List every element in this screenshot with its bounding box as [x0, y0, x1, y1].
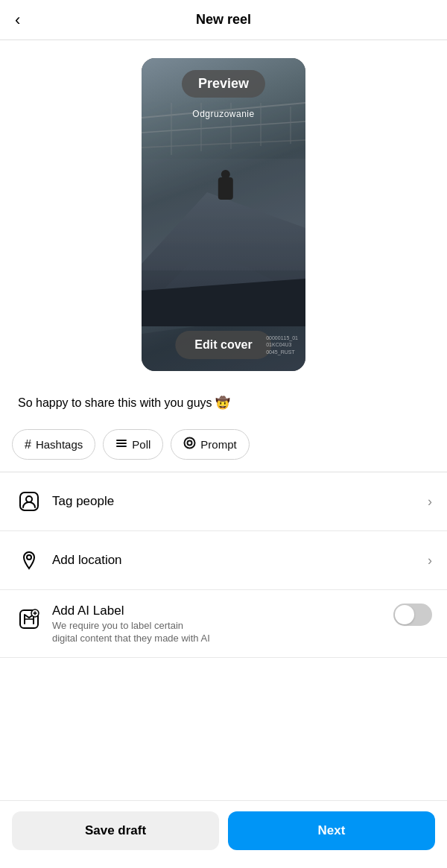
- svg-point-18: [27, 555, 31, 560]
- prompt-icon: [183, 437, 196, 452]
- caption-area: So happy to share this with you guys 🤠: [0, 386, 447, 417]
- svg-point-15: [188, 441, 192, 446]
- svg-point-14: [185, 438, 195, 449]
- hashtags-label: Hashtags: [36, 438, 83, 451]
- add-location-icon: [15, 546, 43, 574]
- header: ‹ New reel: [0, 0, 447, 40]
- caption-text: So happy to share this with you guys 🤠: [18, 396, 230, 409]
- bottom-spacer: [0, 658, 447, 732]
- preview-subtitle: Odgruzowanie: [192, 109, 254, 119]
- hashtag-icon: #: [25, 438, 31, 452]
- back-button[interactable]: ‹: [15, 10, 20, 30]
- tag-people-icon: [15, 487, 43, 516]
- svg-point-17: [26, 496, 32, 502]
- tag-people-content: Tag people: [43, 494, 428, 509]
- add-location-item[interactable]: Add location ›: [0, 531, 447, 590]
- svg-line-2: [142, 140, 305, 148]
- edit-cover-button[interactable]: Edit cover: [175, 331, 271, 359]
- add-ai-label-subtitle: We require you to label certain: [52, 620, 393, 631]
- add-ai-label-item: Add AI Label We require you to label cer…: [0, 590, 447, 658]
- add-ai-label-content: Add AI Label We require you to label cer…: [43, 604, 393, 644]
- preview-label: Preview: [182, 70, 265, 98]
- save-draft-button[interactable]: Save draft: [12, 811, 219, 850]
- next-button[interactable]: Next: [228, 811, 435, 850]
- add-ai-label-title: Add AI Label: [52, 604, 393, 618]
- add-ai-label-subtitle2: digital content that they made with AI: [52, 633, 393, 644]
- prompt-label: Prompt: [200, 438, 236, 451]
- bottom-bar: Save draft Next: [0, 800, 447, 868]
- svg-line-1: [142, 121, 305, 133]
- ai-label-toggle[interactable]: [393, 604, 432, 626]
- tag-people-item[interactable]: Tag people ›: [0, 472, 447, 531]
- poll-chip[interactable]: Poll: [103, 429, 163, 460]
- add-ai-label-icon: [15, 605, 43, 633]
- add-location-content: Add location: [43, 553, 428, 568]
- poll-label: Poll: [132, 438, 150, 451]
- preview-metadata: 00000115_01 01KC04U3 0045_RUST: [266, 335, 298, 356]
- add-location-chevron: ›: [428, 553, 432, 568]
- person-silhouette: [215, 170, 236, 207]
- add-location-title: Add location: [52, 553, 428, 568]
- prompt-chip[interactable]: Prompt: [171, 429, 249, 460]
- scene-overlay: [142, 58, 305, 371]
- hashtags-chip[interactable]: # Hashtags: [12, 429, 95, 460]
- preview-container: Preview Odgruzowanie Edit cover 00000115…: [0, 40, 447, 386]
- chips-row: # Hashtags Poll Prompt: [0, 417, 447, 472]
- tag-people-title: Tag people: [52, 494, 428, 509]
- page-title: New reel: [196, 12, 251, 28]
- preview-card: Preview Odgruzowanie Edit cover 00000115…: [142, 58, 305, 371]
- preview-image: [142, 58, 305, 371]
- tag-people-chevron: ›: [428, 494, 432, 510]
- poll-icon: [115, 437, 127, 452]
